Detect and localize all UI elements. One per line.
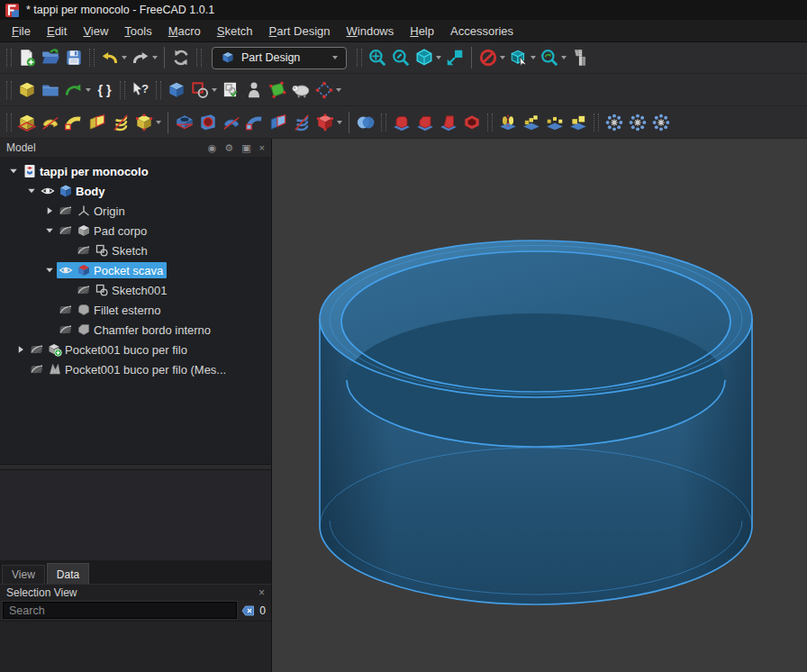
sprinkles-2-button[interactable] bbox=[626, 108, 649, 137]
tree-item-pocket-scava[interactable]: Pocket scava bbox=[0, 260, 271, 280]
measure-button[interactable] bbox=[568, 43, 592, 72]
zoom-fit-all-button[interactable] bbox=[366, 43, 389, 72]
toolbar-handle[interactable] bbox=[381, 114, 386, 132]
std-group-button[interactable] bbox=[39, 76, 62, 104]
workbench-selector[interactable]: Part Design bbox=[212, 47, 347, 69]
mirrored-button[interactable] bbox=[496, 108, 520, 137]
sprinkles-1-button[interactable] bbox=[603, 108, 626, 137]
menu-part-design[interactable]: Part Design bbox=[261, 23, 339, 40]
close-icon[interactable]: × bbox=[259, 142, 265, 153]
tree-item-sketch001[interactable]: Sketch001 bbox=[0, 280, 271, 300]
expander-closed-icon[interactable] bbox=[41, 204, 57, 218]
panel-splitter[interactable] bbox=[0, 464, 271, 470]
menu-macro[interactable]: Macro bbox=[160, 23, 209, 40]
multi-transform-button[interactable] bbox=[567, 108, 590, 137]
additive-pipe-button[interactable] bbox=[62, 108, 86, 137]
subtractive-helix-button[interactable] bbox=[290, 108, 313, 137]
map-sketch-button[interactable] bbox=[219, 76, 242, 104]
tree-item-pocket001-buco-per-filo-mes[interactable]: Pocket001 buco per filo (Mes... bbox=[0, 359, 271, 379]
clone-button[interactable] bbox=[289, 76, 313, 104]
fillet-button[interactable] bbox=[390, 108, 413, 137]
menu-sketch[interactable]: Sketch bbox=[209, 23, 261, 40]
boolean-operation-button[interactable] bbox=[354, 108, 377, 137]
pad-button[interactable] bbox=[15, 108, 39, 137]
menu-accessories[interactable]: Accessories bbox=[442, 23, 521, 40]
tree-item-origin[interactable]: Origin bbox=[0, 201, 271, 221]
close-icon[interactable]: × bbox=[258, 586, 265, 599]
redo-button[interactable] bbox=[129, 43, 159, 72]
menu-tools[interactable]: Tools bbox=[116, 23, 159, 40]
tab-data[interactable]: Data bbox=[47, 563, 89, 584]
menu-file[interactable]: File bbox=[4, 23, 39, 40]
tree-item-fillet-esterno[interactable]: Fillet esterno bbox=[0, 300, 271, 320]
toolbar-handle[interactable] bbox=[6, 81, 12, 99]
hole-button[interactable] bbox=[196, 108, 220, 137]
toolbar-handle[interactable] bbox=[487, 114, 493, 132]
additive-primitive-button[interactable] bbox=[132, 108, 163, 137]
tree-item-tappi-per-monocolo[interactable]: tappi per monocolo bbox=[0, 161, 271, 181]
expression-editor-button[interactable]: { } bbox=[93, 76, 116, 104]
toolbar-handle[interactable] bbox=[594, 114, 599, 132]
menu-windows[interactable]: Windows bbox=[339, 23, 403, 40]
expander-open-icon[interactable] bbox=[41, 223, 57, 238]
undo-button[interactable] bbox=[98, 43, 129, 72]
menu-edit[interactable]: Edit bbox=[39, 23, 75, 40]
toggle-clipping-button[interactable] bbox=[476, 43, 507, 72]
menu-help[interactable]: Help bbox=[402, 23, 442, 40]
toolbar-handle[interactable] bbox=[196, 49, 202, 67]
revolution-button[interactable] bbox=[39, 108, 62, 137]
expander-open-icon[interactable] bbox=[23, 184, 39, 198]
create-sketch-button[interactable] bbox=[188, 76, 219, 104]
dock-icon[interactable]: ▣ bbox=[241, 142, 250, 153]
fit-selection-button[interactable] bbox=[443, 43, 467, 72]
tree-item-chamfer-bordo-interno[interactable]: Chamfer bordo interno bbox=[0, 320, 271, 340]
expander-closed-icon[interactable] bbox=[13, 342, 28, 357]
new-file-button[interactable] bbox=[15, 43, 39, 72]
additive-helix-button[interactable] bbox=[109, 108, 132, 137]
expander-open-icon[interactable] bbox=[5, 164, 21, 178]
tree-item-pad-corpo[interactable]: Pad corpo bbox=[0, 221, 271, 241]
linear-pattern-button[interactable] bbox=[520, 108, 543, 137]
zoom-selection-button[interactable] bbox=[389, 43, 413, 72]
chamfer-button[interactable] bbox=[413, 108, 437, 137]
shape-binder-button[interactable] bbox=[266, 76, 289, 104]
make-link-button[interactable] bbox=[62, 76, 93, 104]
sync-view-button[interactable] bbox=[538, 43, 568, 72]
tree-item-body[interactable]: Body bbox=[0, 181, 271, 201]
toolbar-handle[interactable] bbox=[357, 49, 362, 67]
model-tree[interactable]: tappi per monocoloBodyOriginPad corpoSke… bbox=[0, 157, 271, 464]
groove-button[interactable] bbox=[220, 108, 243, 137]
additive-loft-button[interactable] bbox=[86, 108, 109, 137]
toolbar-handle[interactable] bbox=[6, 114, 12, 132]
tree-item-pocket001-buco-per-filo[interactable]: Pocket001 buco per filo bbox=[0, 340, 271, 359]
toolbar-handle[interactable] bbox=[89, 49, 95, 67]
menu-view[interactable]: View bbox=[75, 23, 116, 40]
settings-icon[interactable]: ⚙ bbox=[224, 142, 233, 153]
pocket-button[interactable] bbox=[173, 108, 196, 137]
subtractive-loft-button[interactable] bbox=[267, 108, 290, 137]
subtractive-pipe-button[interactable] bbox=[243, 108, 267, 137]
3d-viewport[interactable] bbox=[272, 139, 807, 672]
create-body-button[interactable] bbox=[165, 76, 188, 104]
toolbar-handle[interactable] bbox=[120, 81, 125, 99]
thickness-button[interactable] bbox=[460, 108, 484, 137]
view-isometric-button[interactable] bbox=[413, 43, 443, 72]
polar-pattern-button[interactable] bbox=[543, 108, 567, 137]
sprinkles-3-button[interactable] bbox=[649, 108, 673, 137]
navigation-cube-button[interactable] bbox=[507, 43, 538, 72]
search-input[interactable] bbox=[3, 602, 237, 619]
tab-view[interactable]: View bbox=[2, 565, 45, 584]
tree-item-sketch[interactable]: Sketch bbox=[0, 241, 271, 260]
draft-button[interactable] bbox=[437, 108, 460, 137]
overlay-icon[interactable]: ◉ bbox=[208, 142, 217, 153]
refresh-button[interactable] bbox=[169, 43, 193, 72]
clear-search-icon[interactable] bbox=[241, 605, 255, 616]
whats-this-button[interactable]: ? bbox=[129, 76, 152, 104]
subtractive-primitive-button[interactable] bbox=[313, 108, 344, 137]
std-part-button[interactable] bbox=[15, 76, 39, 104]
sub-shape-binder-button[interactable] bbox=[242, 76, 266, 104]
toolbar-handle[interactable] bbox=[6, 49, 12, 67]
toolbar-handle[interactable] bbox=[156, 81, 161, 99]
expander-open-icon[interactable] bbox=[41, 263, 57, 277]
open-file-button[interactable] bbox=[39, 43, 62, 72]
